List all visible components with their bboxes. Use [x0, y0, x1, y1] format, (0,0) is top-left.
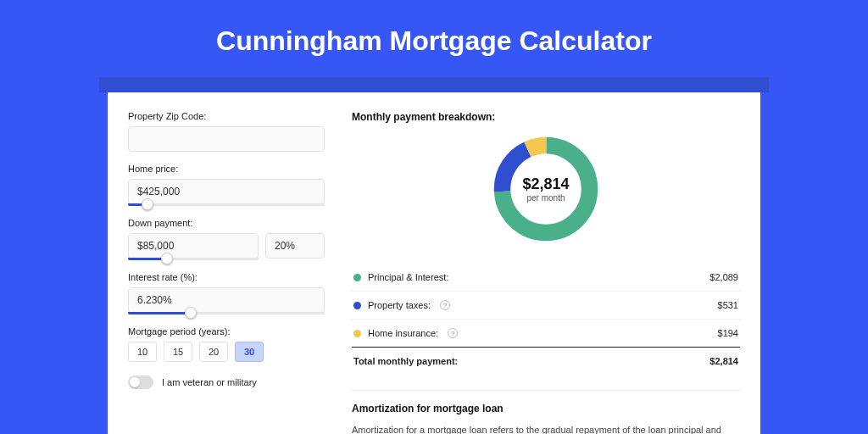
down-payment-input[interactable]: [128, 233, 259, 259]
legend-total: Total monthly payment: $2,814: [352, 347, 740, 375]
period-option-30[interactable]: 30: [235, 342, 264, 362]
dot-icon: [353, 330, 361, 337]
amortization-text: Amortization for a mortgage loan refers …: [352, 423, 740, 434]
card-shadow: [99, 77, 769, 92]
inputs-panel: Property Zip Code: Home price: Down paym…: [108, 87, 345, 434]
veteran-label: I am veteran or military: [162, 377, 257, 387]
info-icon[interactable]: ?: [440, 300, 450, 310]
zip-field-group: Property Zip Code:: [128, 111, 325, 152]
donut-amount: $2,814: [522, 175, 569, 193]
slider-knob-icon[interactable]: [185, 307, 197, 319]
down-payment-label: Down payment:: [128, 218, 325, 228]
legend-value: $2,089: [709, 272, 738, 282]
donut-chart: $2,814 per month: [352, 131, 740, 247]
down-payment-slider[interactable]: [128, 258, 167, 260]
veteran-row: I am veteran or military: [128, 376, 325, 389]
period-label: Mortgage period (years):: [128, 326, 325, 337]
page-title: Cunningham Mortgage Calculator: [0, 0, 868, 77]
total-value: $2,814: [709, 356, 738, 366]
period-option-10[interactable]: 10: [128, 342, 157, 362]
period-option-20[interactable]: 20: [199, 342, 228, 362]
down-payment-group: Down payment:: [128, 218, 325, 260]
slider-knob-icon[interactable]: [142, 198, 153, 210]
dot-icon: [353, 274, 361, 281]
home-price-label: Home price:: [128, 164, 325, 174]
interest-label: Interest rate (%):: [128, 272, 325, 282]
total-label: Total monthly payment:: [353, 356, 458, 366]
slider-knob-icon[interactable]: [161, 253, 173, 264]
interest-slider[interactable]: [128, 312, 191, 314]
down-payment-pct-input[interactable]: [265, 233, 325, 259]
dot-icon: [353, 302, 361, 309]
zip-label: Property Zip Code:: [128, 111, 325, 121]
legend-label: Principal & Interest:: [368, 272, 448, 282]
period-group: Mortgage period (years): 10 15 20 30: [128, 326, 325, 362]
breakdown-panel: Monthly payment breakdown: $2,814 per mo…: [345, 87, 760, 434]
amortization-section: Amortization for mortgage loan Amortizat…: [352, 390, 740, 434]
info-icon[interactable]: ?: [448, 328, 458, 338]
legend-home-insurance: Home insurance: ? $194: [352, 319, 740, 347]
home-price-group: Home price:: [128, 164, 325, 206]
period-option-15[interactable]: 15: [164, 342, 192, 362]
calculator-card: Property Zip Code: Home price: Down paym…: [108, 87, 760, 434]
veteran-toggle[interactable]: [128, 376, 153, 389]
legend-label: Property taxes:: [368, 300, 431, 310]
zip-input[interactable]: [128, 126, 325, 152]
donut-subtext: per month: [526, 193, 565, 203]
amortization-title: Amortization for mortgage loan: [352, 403, 740, 415]
interest-input[interactable]: [128, 287, 325, 313]
home-price-slider[interactable]: [128, 203, 147, 206]
home-price-input[interactable]: [128, 179, 325, 204]
legend-value: $531: [718, 300, 738, 310]
interest-group: Interest rate (%):: [128, 272, 325, 314]
legend-value: $194: [718, 328, 738, 338]
legend-property-taxes: Property taxes: ? $531: [352, 291, 740, 319]
legend-principal-interest: Principal & Interest: $2,089: [352, 264, 740, 291]
breakdown-title: Monthly payment breakdown:: [352, 111, 740, 123]
legend-label: Home insurance:: [368, 328, 438, 338]
